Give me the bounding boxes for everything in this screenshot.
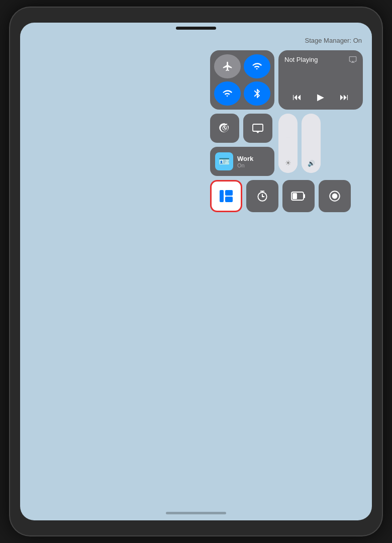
now-playing-title: Not Playing — [284, 56, 318, 63]
sliders: ☀ 🔊 — [278, 114, 321, 176]
connectivity-block — [210, 50, 274, 110]
cc-small-row: ⊙ — [210, 114, 274, 143]
battery-icon — [291, 191, 306, 202]
front-camera — [176, 27, 216, 30]
screen-mirror-button[interactable] — [243, 114, 272, 143]
rewind-button[interactable]: ⏮ — [288, 90, 306, 105]
low-power-button[interactable] — [282, 180, 315, 212]
cc-row-4 — [210, 180, 363, 212]
focus-text: Work On — [237, 155, 253, 168]
lock-rotation-button[interactable]: ⊙ — [210, 114, 239, 143]
volume-slider[interactable]: 🔊 — [302, 114, 321, 173]
hotspot-button[interactable] — [244, 54, 270, 78]
wifi-button[interactable] — [214, 81, 241, 106]
svg-point-15 — [332, 194, 338, 199]
svg-text:⊙: ⊙ — [222, 124, 228, 132]
focus-mode-button[interactable]: 🪪 Work On — [210, 147, 274, 176]
svg-rect-3 — [220, 190, 224, 202]
stage-manager-button[interactable] — [210, 180, 242, 212]
svg-rect-13 — [292, 193, 297, 199]
play-button[interactable]: ▶ — [313, 89, 328, 105]
playback-controls: ⏮ ▶ ⏭ — [284, 89, 357, 105]
airplane-mode-button[interactable] — [214, 54, 241, 78]
stage-manager-icon — [218, 188, 234, 204]
home-indicator — [166, 512, 226, 514]
cc-row-2: ⊙ 🪪 — [210, 114, 363, 176]
svg-rect-5 — [225, 197, 233, 202]
cc-row-1: Not Playing ⏮ ▶ ⏭ — [210, 50, 363, 110]
svg-rect-12 — [304, 194, 305, 198]
bluetooth-button[interactable] — [244, 81, 270, 106]
ipad-frame: Stage Manager: On — [10, 8, 382, 535]
mirror-icon — [252, 122, 264, 134]
focus-name: Work — [237, 155, 253, 162]
screen-record-button[interactable] — [319, 180, 351, 212]
now-playing-block: Not Playing ⏮ ▶ ⏭ — [278, 50, 363, 110]
ipad-screen: Stage Manager: On — [20, 23, 372, 520]
airplay-icon[interactable] — [349, 55, 357, 63]
timer-button[interactable] — [246, 180, 278, 212]
stage-manager-status: Stage Manager: On — [305, 37, 362, 44]
control-center: Not Playing ⏮ ▶ ⏭ — [210, 50, 363, 212]
focus-icon: 🪪 — [215, 152, 233, 170]
cc-left-buttons: ⊙ 🪪 — [210, 114, 274, 176]
svg-rect-4 — [225, 190, 233, 196]
focus-status: On — [237, 162, 253, 168]
brightness-slider[interactable]: ☀ — [278, 114, 298, 173]
forward-button[interactable]: ⏭ — [336, 90, 353, 105]
timer-icon — [256, 190, 269, 203]
record-icon — [328, 190, 341, 203]
svg-rect-1 — [253, 124, 263, 131]
svg-marker-2 — [256, 131, 260, 133]
